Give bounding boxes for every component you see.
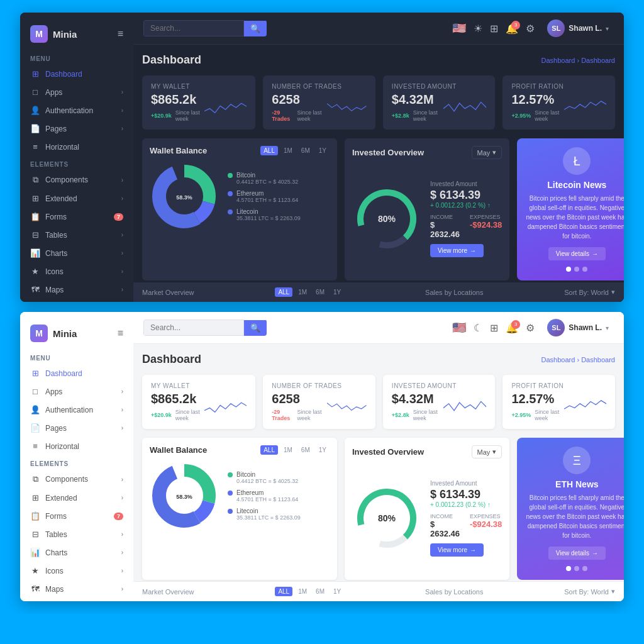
mkt-filter-1y-dark[interactable]: 1Y <box>330 287 344 297</box>
search-input-dark[interactable] <box>143 20 244 36</box>
filter-6m-light[interactable]: 6M <box>298 445 313 455</box>
filter-6m-dark[interactable]: 6M <box>298 146 313 155</box>
legend-ethereum-light: Ethereum 4.5701 ETH = $ 1123.64 <box>228 489 301 502</box>
user-pill-light[interactable]: SL Shawn L. ▾ <box>542 317 614 338</box>
extended-arrow: › <box>121 195 123 202</box>
user-avatar-light: SL <box>547 319 565 336</box>
pie-area-dark: 58.3% Bitcoin 0.4412 BTC = $ 4025.32 <box>150 162 330 231</box>
month-select-light[interactable]: May ▾ <box>472 445 502 458</box>
sort-select-light[interactable]: Sort By: World ▾ <box>564 587 615 596</box>
sidebar-item-pages-light[interactable]: 📄 Pages › <box>20 419 133 437</box>
flag-icon-dark: 🇺🇸 <box>452 21 466 35</box>
sidebar-item-apps-light[interactable]: □ Apps › <box>20 382 133 401</box>
sidebar-item-icons[interactable]: ★ Icons › <box>20 262 133 280</box>
mkt-filter-all-light[interactable]: ALL <box>275 587 292 596</box>
grid-icon-light[interactable]: ⊞ <box>490 322 498 334</box>
sidebar-item-extended[interactable]: ⊞ Extended › <box>20 189 133 208</box>
stat-change-trades-light: -29 Trades <box>272 409 293 421</box>
theme-toggle-dark[interactable]: ☀ <box>474 23 482 35</box>
icons-arrow-light: › <box>121 567 123 574</box>
sidebar-item-horizontal[interactable]: ≡ Horizontal <box>20 138 133 156</box>
stat-since-wallet-light: Since last week <box>175 409 204 421</box>
sidebar-item-multilevel-light[interactable]: ⇉ Multi Level › <box>20 598 133 601</box>
grid-icon-dark[interactable]: ⊞ <box>490 23 498 35</box>
invested-overview-header-dark: Invested Overview May ▾ <box>352 146 502 159</box>
sidebar-item-charts-light[interactable]: 📊 Charts › <box>20 543 133 562</box>
litecoin-value-light: 35.3811 LTC = $ 2263.09 <box>236 514 301 521</box>
invested-amount-label-light: Invested Amount <box>430 480 502 487</box>
breadcrumb-link-light[interactable]: Dashboard <box>541 356 575 364</box>
sales-locations-label-dark: Sales by Locations <box>425 289 483 296</box>
stat-label-profit-light: Profit Ration <box>511 382 606 389</box>
hamburger-button[interactable]: ≡ <box>118 28 123 40</box>
sidebar-item-components[interactable]: ⧉ Components › <box>20 170 133 189</box>
pie-area-light: 58.3% Bitcoin 0.4412 BTC = $ 4025.32 <box>150 461 330 530</box>
sort-select-dark[interactable]: Sort By: World ▾ <box>564 288 615 296</box>
sidebar-item-dashboard[interactable]: ⊞ Dashboard <box>20 65 133 83</box>
dot3-dark <box>582 267 587 272</box>
view-more-btn-dark[interactable]: View more → <box>430 244 484 257</box>
news-view-btn-light[interactable]: View details → <box>548 547 606 560</box>
sidebar-item-forms[interactable]: 📋 Forms 7 <box>20 208 133 226</box>
sidebar-item-maps-light[interactable]: 🗺 Maps › <box>20 580 133 598</box>
user-pill-dark[interactable]: SL Shawn L. ▾ <box>542 18 614 39</box>
search-input-light[interactable] <box>143 319 244 336</box>
mkt-filter-1m-dark[interactable]: 1M <box>295 287 310 297</box>
page-header-dark: Dashboard Dashboard › Dashboard <box>142 53 615 67</box>
sidebar-item-apps[interactable]: □ Apps › <box>20 83 133 101</box>
mkt-filter-1y-light[interactable]: 1Y <box>330 587 344 596</box>
filter-all-dark[interactable]: ALL <box>260 146 278 155</box>
filter-1y-dark[interactable]: 1Y <box>316 146 330 155</box>
sidebar-item-components-light[interactable]: ⧉ Components › <box>20 470 133 489</box>
filter-1m-light[interactable]: 1M <box>280 445 296 455</box>
bitcoin-label-light: Bitcoin <box>236 471 298 478</box>
news-card-title-dark: Litecoin News <box>547 180 606 190</box>
mkt-filter-6m-dark[interactable]: 6M <box>313 287 328 297</box>
mkt-filter-all-dark[interactable]: ALL <box>275 287 292 297</box>
filter-all-light[interactable]: ALL <box>260 445 278 455</box>
sidebar-item-pages[interactable]: 📄 Pages › <box>20 119 133 138</box>
month-select-dark[interactable]: May ▾ <box>472 146 502 159</box>
sidebar-item-dashboard-light[interactable]: ⊞ Dashboard <box>20 364 133 382</box>
search-button-dark[interactable]: 🔍 <box>244 21 267 36</box>
sidebar-item-auth-light[interactable]: 👤 Authentication › <box>20 401 133 419</box>
search-box-light: 🔍 <box>143 319 267 336</box>
hamburger-button-light[interactable]: ≡ <box>118 328 123 339</box>
stat-row-wallet-light: $865.2k +$20.9k Since last week <box>151 392 247 421</box>
stat-card-invested-dark: Invested Amount $4.32M +$2.8k Since last… <box>383 75 496 130</box>
sidebar-item-authentication[interactable]: 👤 Authentication › <box>20 101 133 119</box>
charts-icon-light: 📊 <box>30 548 40 557</box>
mkt-filter-1m-light[interactable]: 1M <box>295 587 310 596</box>
search-button-light[interactable]: 🔍 <box>244 320 267 336</box>
sidebar-item-tables[interactable]: ⊟ Tables › <box>20 226 133 244</box>
settings-icon-dark[interactable]: ⚙ <box>526 23 535 35</box>
filter-1m-dark[interactable]: 1M <box>280 146 296 155</box>
stat-cards-light: My Wallet $865.2k +$20.9k Since last wee… <box>142 375 615 429</box>
sidebar-item-icons-light[interactable]: ★ Icons › <box>20 562 133 580</box>
sidebar-item-multilevel[interactable]: ⇉ Multi Level › <box>20 299 133 302</box>
sidebar-label-components: Components <box>45 175 116 184</box>
dashboard-icon: ⊞ <box>30 69 40 79</box>
filter-1y-light[interactable]: 1Y <box>316 445 330 455</box>
expenses-value-light: -$924.38 <box>470 519 502 529</box>
sidebar-item-forms-light[interactable]: 📋 Forms 7 <box>20 507 133 525</box>
settings-icon-light[interactable]: ⚙ <box>526 322 535 334</box>
maps-arrow: › <box>121 286 123 293</box>
news-view-btn-dark[interactable]: View details → <box>548 247 606 260</box>
breadcrumb-link-dark[interactable]: Dashboard <box>541 57 575 64</box>
view-more-btn-light[interactable]: View more → <box>430 543 484 557</box>
sidebar-item-extended-light[interactable]: ⊞ Extended › <box>20 489 133 507</box>
light-dashboard: M Minia ≡ Menu ⊞ Dashboard □ Apps › 👤 Au… <box>20 312 624 601</box>
sidebar-item-maps[interactable]: 🗺 Maps › <box>20 280 133 299</box>
notification-bell-dark[interactable]: 🔔 3 <box>506 23 518 35</box>
sidebar-item-tables-light[interactable]: ⊟ Tables › <box>20 525 133 543</box>
notification-bell-light[interactable]: 🔔 3 <box>506 322 518 334</box>
sidebar-item-charts[interactable]: 📊 Charts › <box>20 244 133 262</box>
mkt-filter-6m-light[interactable]: 6M <box>313 587 328 596</box>
stat-row-profit-dark: 12.57% +2.95% Since last week <box>511 92 606 122</box>
breadcrumb-light: Dashboard › Dashboard <box>541 356 615 364</box>
theme-toggle-light[interactable]: ☾ <box>474 322 482 334</box>
stat-card-profit-dark: Profit Ration 12.57% +2.95% Since last w… <box>502 75 615 130</box>
sidebar-item-horizontal-light[interactable]: ≡ Horizontal <box>20 437 133 455</box>
bottom-bar-light: Market Overview ALL 1M 6M 1Y Sales by Lo… <box>133 581 624 601</box>
